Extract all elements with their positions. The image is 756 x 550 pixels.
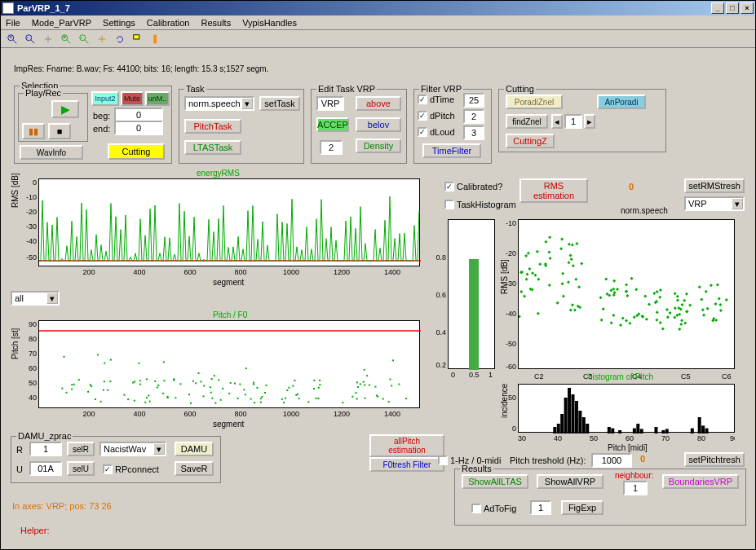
poradiznel-button[interactable]: PoradiZnel — [506, 95, 563, 109]
dloud-input[interactable]: 3 — [463, 125, 484, 140]
zoom-out2-icon[interactable]: - — [76, 32, 92, 46]
energy-ylabel: RMS [dB] — [11, 173, 20, 208]
cutting-idx[interactable]: 1 — [564, 114, 582, 129]
svg-rect-119 — [364, 369, 365, 371]
rms-est-button[interactable]: RMS estimation — [519, 178, 588, 203]
dloud-check[interactable]: ✓ — [418, 127, 427, 137]
dtime-input[interactable]: 25 — [463, 93, 484, 108]
density-button[interactable]: Density — [356, 139, 401, 153]
rotate-icon[interactable] — [112, 32, 128, 46]
pitch-hist[interactable] — [518, 384, 735, 433]
close-button[interactable]: × — [741, 2, 754, 14]
unmute-button[interactable]: unM.. — [145, 91, 170, 106]
boundaries-button[interactable]: BoundariesVRP — [662, 474, 739, 489]
pan2-icon[interactable] — [94, 32, 110, 46]
saver-button[interactable]: SaveR — [175, 461, 214, 476]
svg-rect-130 — [357, 386, 359, 388]
prev-button[interactable]: ◂ — [551, 114, 563, 129]
f0tresh-button[interactable]: F0tresh Filter — [369, 457, 444, 472]
zoom-in2-icon[interactable]: + — [58, 32, 74, 46]
end-input[interactable]: 0 — [114, 121, 163, 135]
allpitch-button[interactable]: allPitch estimation — [369, 434, 444, 457]
settask-button[interactable]: setTask — [259, 96, 300, 111]
setpitch-button[interactable]: setPitchtresh — [684, 452, 745, 467]
next-button[interactable]: ▸ — [584, 114, 595, 129]
cuttingz-button[interactable]: CuttingZ — [506, 134, 555, 148]
menu-calibration[interactable]: Calibration — [147, 18, 190, 28]
colorbar-icon[interactable] — [148, 32, 164, 46]
selr-button[interactable]: selR — [67, 442, 95, 456]
figexp-button[interactable]: FigExp — [561, 500, 603, 515]
menu-settings[interactable]: Settings — [103, 18, 135, 28]
maximize-button[interactable]: □ — [726, 2, 739, 14]
svg-rect-145 — [154, 381, 156, 382]
timefilter-button[interactable]: TimeFilter — [422, 143, 481, 158]
svg-text:200: 200 — [82, 410, 95, 418]
stop-button[interactable]: ■ — [48, 123, 71, 139]
u-input[interactable]: 01A — [29, 461, 62, 476]
svg-rect-44 — [127, 398, 129, 400]
play-button[interactable]: ▶ — [51, 100, 79, 118]
hzomidi-check[interactable] — [438, 455, 448, 465]
anporadi-button[interactable]: AnPoradi — [597, 95, 646, 109]
left-hist[interactable] — [448, 219, 495, 369]
svg-rect-148 — [265, 385, 267, 386]
rpc-check[interactable]: ✓ — [103, 464, 113, 474]
svg-rect-69 — [297, 394, 298, 395]
setrms-button[interactable]: setRMStresh — [684, 178, 745, 193]
showltas-button[interactable]: ShowAllLTAS — [462, 474, 528, 489]
energy-plot[interactable] — [38, 178, 420, 266]
zoom-out-icon[interactable]: - — [22, 32, 38, 46]
pan-icon[interactable] — [40, 32, 56, 46]
svg-rect-96 — [123, 394, 125, 396]
pitchtask-button[interactable]: PitchTask — [184, 119, 241, 134]
dpitch-check[interactable]: ✓ — [418, 111, 427, 121]
neighbour-input[interactable]: 1 — [623, 481, 648, 495]
vrp-select[interactable]: VRP▾ — [684, 196, 745, 211]
showvrp-button[interactable]: ShowAllVRP — [537, 474, 603, 489]
svg-rect-104 — [134, 381, 135, 383]
damu-group: DAMU_zprac R 1 selR NacistWav▾ DAMU U 01… — [11, 436, 221, 483]
svg-rect-101 — [214, 402, 216, 403]
calibrated-check[interactable]: ✓ — [444, 182, 454, 191]
pitch-plot[interactable] — [38, 320, 420, 408]
cutting-button[interactable]: Cutting — [108, 143, 165, 160]
pitchtresh-input[interactable]: 1000 — [591, 453, 632, 468]
adtofig-input[interactable]: 1 — [530, 500, 551, 515]
accept-button[interactable]: ACCEP — [316, 117, 349, 132]
minimize-button[interactable]: _ — [711, 2, 724, 14]
dtime-check[interactable]: ✓ — [418, 95, 427, 104]
selu-button[interactable]: selU — [67, 461, 95, 476]
taskhist-check[interactable] — [444, 200, 454, 209]
vrp-input[interactable]: VRP — [316, 96, 344, 111]
mute-button[interactable]: Mute — [121, 91, 144, 106]
pause-button[interactable]: ▮▮ — [22, 123, 45, 139]
all-combo[interactable]: all▾ — [11, 291, 60, 306]
adtofig-check[interactable] — [471, 504, 481, 513]
menu-vypis[interactable]: VypisHandles — [242, 18, 297, 28]
menu-file[interactable]: File — [6, 18, 20, 28]
menu-mode[interactable]: Mode_ParVRP — [32, 18, 91, 28]
nacist-combo[interactable]: NacistWav▾ — [99, 442, 166, 456]
zoom-in-icon[interactable]: + — [4, 32, 20, 46]
findznel-button[interactable]: findZnel — [506, 114, 548, 129]
window-title: ParVRP_1_7 — [17, 3, 70, 13]
svg-rect-73 — [218, 379, 219, 381]
svg-text:C2: C2 — [534, 372, 544, 381]
two-input[interactable]: 2 — [320, 140, 343, 155]
above-button[interactable]: above — [356, 96, 401, 111]
menu-results[interactable]: Results — [201, 18, 231, 28]
damu-button[interactable]: DAMU — [175, 442, 214, 456]
svg-rect-117 — [104, 381, 105, 382]
ltastask-button[interactable]: LTASTask — [184, 140, 241, 155]
svg-rect-68 — [260, 398, 262, 399]
dpitch-input[interactable]: 2 — [463, 109, 484, 124]
input2-button[interactable]: Input2 — [91, 91, 119, 106]
svg-rect-134 — [261, 396, 263, 398]
below-button[interactable]: belov — [356, 117, 401, 132]
task-combo[interactable]: norm.speech▾ — [184, 96, 254, 111]
vrp-scatter[interactable] — [518, 219, 735, 369]
wavinfo-button[interactable]: WavInfo — [20, 145, 83, 160]
r-input[interactable]: 1 — [29, 442, 62, 456]
datatip-icon[interactable] — [130, 32, 146, 46]
